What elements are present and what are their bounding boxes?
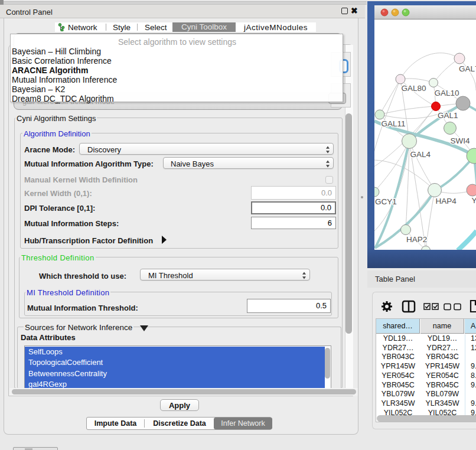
svg-text:GAL1: GAL1 xyxy=(438,111,458,120)
svg-text:GAL4: GAL4 xyxy=(410,150,431,159)
svg-text:GCY1: GCY1 xyxy=(375,197,397,206)
svg-text:GAL7: GAL7 xyxy=(459,64,476,73)
svg-text:GAL11: GAL11 xyxy=(382,119,406,128)
svg-text:GAL10: GAL10 xyxy=(435,89,459,97)
svg-text:YL: YL xyxy=(472,196,476,205)
svg-text:GAL80: GAL80 xyxy=(402,84,426,93)
svg-text:HAP4: HAP4 xyxy=(436,197,457,206)
svg-text:HAP2: HAP2 xyxy=(406,235,427,244)
svg-text:SWI4: SWI4 xyxy=(451,136,470,145)
